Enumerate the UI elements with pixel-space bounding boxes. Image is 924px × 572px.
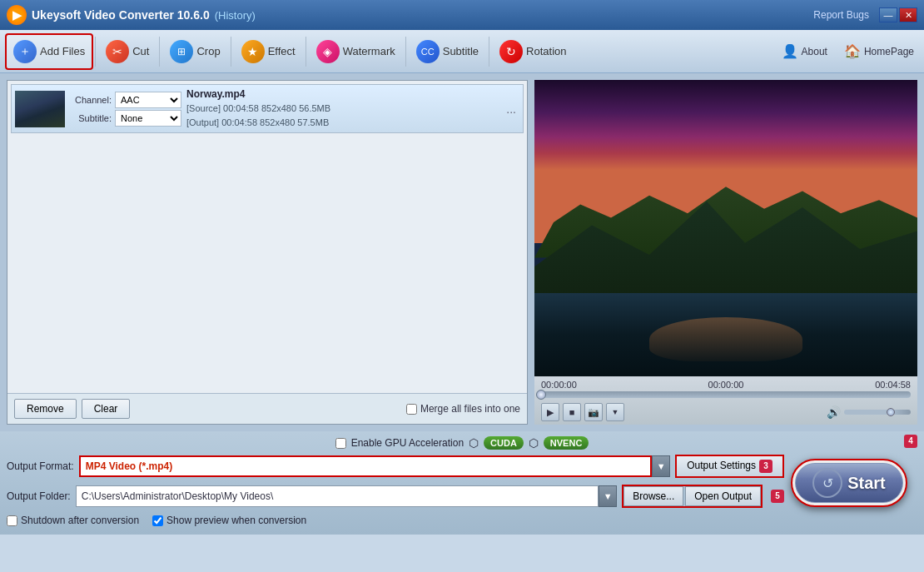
- file-item[interactable]: Channel: AAC Subtitle: None Norway.mp4: [11, 84, 524, 133]
- preview-label: Show preview when conversion: [166, 515, 306, 526]
- effect-icon: ★: [241, 40, 265, 63]
- output-settings-button[interactable]: Output Settings3: [675, 455, 784, 478]
- time-start: 00:00:00: [541, 380, 577, 390]
- channel-label: Channel:: [70, 95, 112, 105]
- file-meta: Norway.mp4 [Source] 00:04:58 852x480 56.…: [186, 88, 498, 129]
- rotation-button[interactable]: ↻ Rotation: [491, 33, 574, 70]
- play-button[interactable]: ▶: [541, 403, 559, 421]
- format-input[interactable]: [79, 455, 653, 477]
- preview-panel: 00:00:00 00:00:00 00:04:58 ▶ ■ 📷 ▼ 🔊: [534, 80, 917, 425]
- minimize-button[interactable]: —: [879, 7, 897, 22]
- effect-button[interactable]: ★ Effect: [233, 33, 304, 70]
- bottom-area: Enable GPU Acceleration ⬡ CUDA ⬡ NVENC O…: [0, 431, 924, 535]
- report-bugs-link[interactable]: Report Bugs: [813, 9, 869, 21]
- format-row: Output Format: ▼ Output Settings3: [7, 455, 784, 478]
- toolbar-separator-2: [159, 37, 160, 67]
- app-history: (History): [215, 9, 256, 22]
- volume-icon: 🔊: [827, 405, 841, 419]
- format-label: Output Format:: [7, 460, 74, 472]
- toolbar-separator-4: [306, 37, 306, 67]
- start-label: Start: [847, 474, 886, 493]
- time-end: 00:04:58: [875, 380, 911, 390]
- close-button[interactable]: ✕: [899, 7, 917, 22]
- rotation-icon: ↻: [499, 40, 523, 63]
- cuda-badge: CUDA: [484, 436, 524, 450]
- time-mid: 00:00:00: [708, 380, 744, 390]
- watermark-button[interactable]: ◈ Watermark: [308, 33, 404, 70]
- nvenc-badge: NVENC: [544, 436, 589, 450]
- folder-arrow[interactable]: ▼: [599, 485, 617, 507]
- time-row: 00:00:00 00:00:00 00:04:58: [541, 380, 911, 390]
- browse-button[interactable]: Browse...: [623, 486, 683, 506]
- watermark-icon: ◈: [316, 40, 340, 63]
- gpu-row: Enable GPU Acceleration ⬡ CUDA ⬡ NVENC: [7, 436, 917, 450]
- app-logo: ▶: [7, 5, 27, 25]
- toolbar-separator-3: [231, 37, 231, 67]
- volume-thumb[interactable]: [887, 408, 895, 416]
- snapshot-button[interactable]: 📷: [584, 403, 603, 421]
- start-button[interactable]: ↺ Start: [791, 459, 907, 507]
- file-thumbnail: [15, 91, 65, 127]
- clear-button[interactable]: Clear: [82, 399, 131, 419]
- toolbar-separator-5: [405, 37, 406, 67]
- folder-input[interactable]: [76, 485, 599, 507]
- stop-button[interactable]: ■: [563, 403, 581, 421]
- start-button-wrap: ↺ Start 4: [791, 455, 917, 511]
- shutdown-checkbox-item[interactable]: Shutdown after conversion: [7, 515, 139, 526]
- folder-buttons: Browse... Open Output: [622, 485, 763, 508]
- folder-badge: 5: [771, 490, 784, 503]
- channel-row: Channel: AAC: [70, 92, 181, 108]
- cut-button[interactable]: ✂ Cut: [97, 33, 157, 70]
- about-button[interactable]: 👤 About: [777, 40, 832, 62]
- format-input-area: ▼: [79, 455, 671, 477]
- titlebar: ▶ Ukeysoft Video Converter 10.6.0 (Histo…: [0, 0, 924, 30]
- start-button-inner: ↺ Start: [795, 463, 903, 503]
- control-row: ▶ ■ 📷 ▼ 🔊: [541, 403, 911, 421]
- subtitle-select[interactable]: None: [115, 110, 181, 127]
- video-controls: 00:00:00 00:00:00 00:04:58 ▶ ■ 📷 ▼ 🔊: [534, 376, 917, 425]
- progress-bar[interactable]: [541, 391, 911, 398]
- source-info: [Source] 00:04:58 852x480 56.5MB: [186, 102, 498, 116]
- preview-checkbox[interactable]: [152, 515, 163, 526]
- file-controls: Channel: AAC Subtitle: None: [70, 92, 181, 127]
- volume-area: 🔊: [827, 405, 911, 419]
- format-arrow[interactable]: ▼: [652, 455, 670, 477]
- channel-select[interactable]: AAC: [115, 92, 181, 108]
- snapshot-dropdown[interactable]: ▼: [606, 403, 624, 421]
- remove-button[interactable]: Remove: [14, 399, 77, 419]
- toolbar-right: 👤 About 🏠 HomePage: [777, 40, 919, 62]
- add-files-button[interactable]: ＋ Add Files: [5, 33, 93, 70]
- output-info: [Output] 00:04:58 852x480 57.5MB: [186, 116, 498, 130]
- file-panel: Channel: AAC Subtitle: None Norway.mp4: [7, 80, 528, 425]
- gpu-checkbox[interactable]: [335, 438, 346, 449]
- file-more-button[interactable]: ...: [503, 102, 519, 116]
- shutdown-label: Shutdown after conversion: [21, 515, 139, 526]
- homepage-button[interactable]: 🏠 HomePage: [839, 40, 919, 62]
- volume-slider[interactable]: [844, 410, 911, 415]
- subtitle-row: Subtitle: None: [70, 110, 181, 127]
- about-icon: 👤: [782, 43, 798, 59]
- folder-row: Output Folder: ▼ Browse... Open Output 5: [7, 485, 784, 508]
- merge-checkbox-area: Merge all files into one: [406, 403, 520, 415]
- crop-button[interactable]: ⊞ Crop: [161, 33, 228, 70]
- subtitle-button[interactable]: CC Subtitle: [408, 33, 487, 70]
- folder-input-area: ▼: [76, 485, 618, 507]
- subtitle-label: Subtitle:: [70, 113, 112, 123]
- merge-checkbox[interactable]: [406, 404, 417, 415]
- progress-thumb[interactable]: [536, 390, 546, 400]
- cut-icon: ✂: [106, 40, 129, 63]
- file-list-area: Channel: AAC Subtitle: None Norway.mp4: [7, 81, 527, 393]
- toolbar: ＋ Add Files ✂ Cut ⊞ Crop ★ Effect ◈ Wate…: [0, 30, 924, 73]
- water-reflection: [649, 317, 802, 361]
- crop-icon: ⊞: [170, 40, 193, 63]
- open-output-button[interactable]: Open Output: [685, 486, 761, 506]
- add-files-icon: ＋: [13, 40, 37, 63]
- start-icon: ↺: [812, 468, 842, 498]
- preview-checkbox-item[interactable]: Show preview when conversion: [152, 515, 306, 526]
- gpu-icon-2: ⬡: [529, 436, 539, 450]
- shutdown-checkbox[interactable]: [7, 515, 17, 526]
- gpu-icon-1: ⬡: [469, 436, 479, 450]
- main-area: Channel: AAC Subtitle: None Norway.mp4: [0, 73, 924, 431]
- toolbar-separator-1: [95, 37, 96, 67]
- file-name: Norway.mp4: [186, 88, 498, 100]
